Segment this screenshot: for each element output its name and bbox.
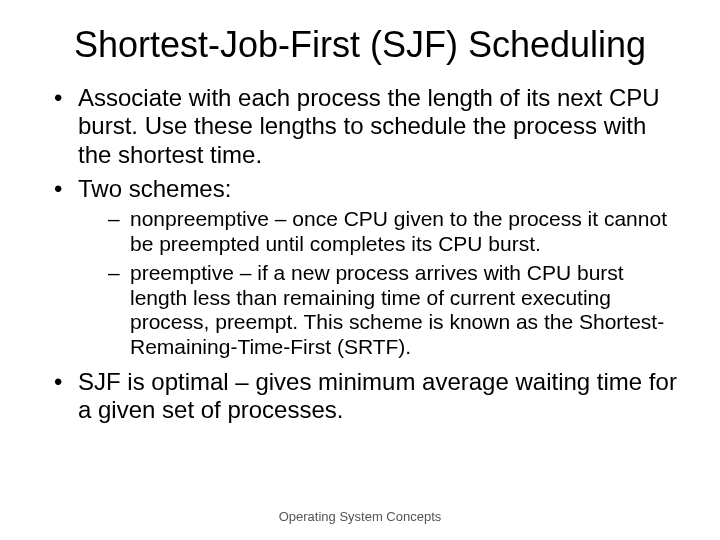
slide-title: Shortest-Job-First (SJF) Scheduling bbox=[40, 24, 680, 66]
bullet-item: Associate with each process the length o… bbox=[50, 84, 680, 169]
bullet-item: SJF is optimal – gives minimum average w… bbox=[50, 368, 680, 425]
bullet-text: Two schemes: bbox=[78, 175, 231, 202]
slide: Shortest-Job-First (SJF) Scheduling Asso… bbox=[0, 0, 720, 540]
bullet-item: Two schemes: nonpreemptive – once CPU gi… bbox=[50, 175, 680, 360]
slide-footer: Operating System Concepts bbox=[0, 509, 720, 524]
sub-bullet-item: preemptive – if a new process arrives wi… bbox=[108, 261, 680, 360]
bullet-list: Associate with each process the length o… bbox=[40, 84, 680, 424]
sub-bullet-list: nonpreemptive – once CPU given to the pr… bbox=[78, 207, 680, 360]
sub-bullet-item: nonpreemptive – once CPU given to the pr… bbox=[108, 207, 680, 257]
